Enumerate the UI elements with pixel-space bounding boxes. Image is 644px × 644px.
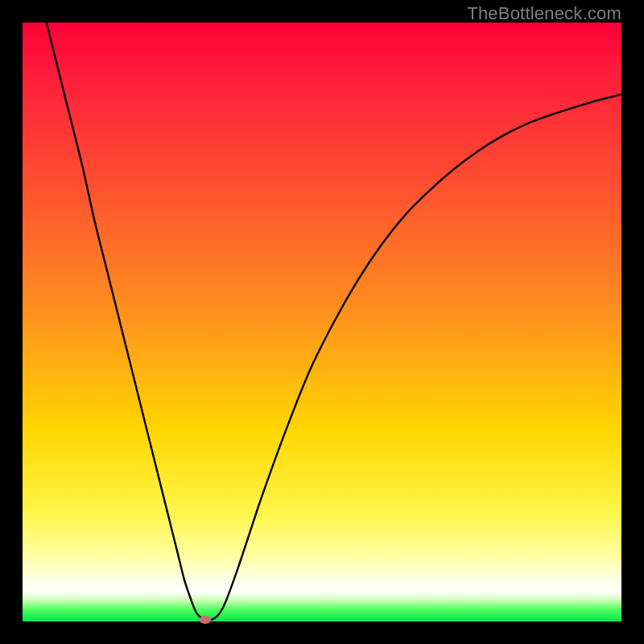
plot-area [23, 23, 621, 621]
curve-svg [23, 23, 621, 621]
watermark-text: TheBottleneck.com [467, 3, 621, 24]
chart-frame: TheBottleneck.com [0, 0, 644, 644]
min-marker [199, 616, 211, 624]
bottleneck-curve [47, 23, 621, 621]
